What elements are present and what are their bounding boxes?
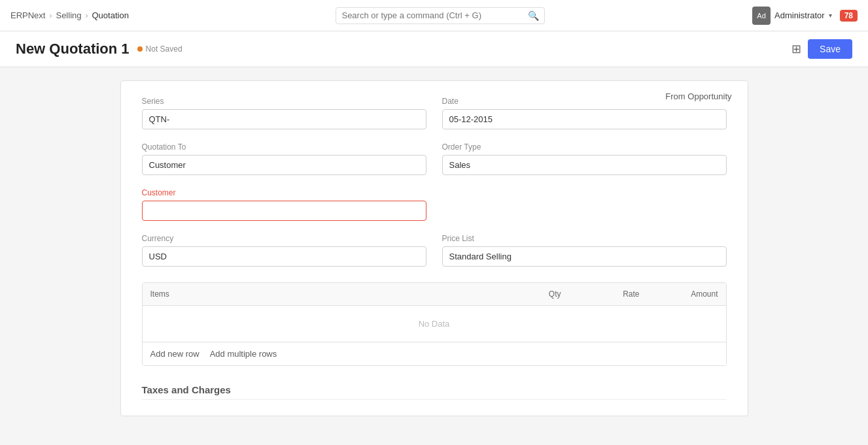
search-input[interactable] [341,10,528,20]
rate-col-header: Rate [569,283,648,305]
table-header: Items Qty Rate Amount [143,283,726,306]
series-input[interactable] [142,109,426,129]
table-footer: Add new row Add multiple rows [143,342,726,365]
chevron-icon-1: › [49,11,52,20]
nav-current: Quotation [92,10,129,20]
amount-col-header: Amount [648,283,726,305]
series-group: Series [142,97,426,129]
grid-icon[interactable]: ⊞ [791,42,801,56]
search-icon: 🔍 [528,10,539,21]
form-row-quotation-order: Quotation To Order Type [142,142,727,175]
chevron-down-icon: ▾ [829,12,832,19]
navbar-right: Ad Administrator ▾ 78 [752,7,858,25]
page-header-actions: ⊞ Save [791,39,852,59]
order-type-group: Order Type [442,142,727,175]
price-list-input[interactable] [442,246,727,267]
add-new-row-link[interactable]: Add new row [150,349,200,359]
price-list-group: Price List [442,234,727,267]
currency-label: Currency [142,234,426,243]
quotation-to-label: Quotation To [142,142,426,152]
nav-selling[interactable]: Selling [56,10,81,20]
table-empty-state: No Data [143,306,726,342]
admin-name: Administrator [774,10,825,20]
form-row-series-date: Series Date [142,97,727,129]
from-opportunity-link[interactable]: From Opportunity [665,91,731,101]
form-row-customer: Customer [142,188,727,221]
chevron-icon-2: › [86,11,88,20]
admin-menu[interactable]: Ad Administrator ▾ [752,7,832,25]
status-label: Not Saved [146,44,182,54]
order-type-input[interactable] [442,155,727,175]
series-label: Series [142,97,426,106]
page-header: New Quotation 1 Not Saved ⊞ Save [0,31,868,67]
breadcrumb: ERPNext › Selling › Quotation [10,10,129,20]
page-title: New Quotation 1 [16,41,130,58]
save-button[interactable]: Save [808,39,852,59]
currency-input[interactable] [142,246,426,267]
order-type-label: Order Type [442,142,727,152]
status-dot [137,46,143,52]
navbar: ERPNext › Selling › Quotation 🔍 Ad Admin… [0,0,868,31]
qty-col-header: Qty [491,283,569,305]
content-area: From Opportunity Series Date Quotation T… [0,67,868,445]
price-list-label: Price List [442,234,727,243]
customer-group: Customer [142,188,426,221]
status-badge: Not Saved [137,44,182,54]
taxes-charges-heading: Taxes and Charges [142,384,727,400]
date-input[interactable] [442,109,727,129]
items-col-header: Items [143,283,491,305]
search-area: 🔍 [309,7,571,24]
currency-group: Currency [142,234,426,267]
form-container: From Opportunity Series Date Quotation T… [120,80,748,416]
notification-badge[interactable]: 78 [840,10,858,22]
nav-erpnext[interactable]: ERPNext [10,10,45,20]
quotation-to-input[interactable] [142,155,426,175]
add-multiple-rows-link[interactable]: Add multiple rows [210,349,277,359]
page-title-area: New Quotation 1 Not Saved [16,41,182,58]
customer-input[interactable] [142,201,426,221]
quotation-to-group: Quotation To [142,142,426,175]
form-row-currency-pricelist: Currency Price List [142,234,727,267]
date-group: Date [442,97,727,129]
search-box[interactable]: 🔍 [336,7,545,24]
customer-label: Customer [142,188,426,197]
avatar: Ad [752,7,771,25]
items-table: Items Qty Rate Amount No Data Add new ro… [142,282,727,366]
